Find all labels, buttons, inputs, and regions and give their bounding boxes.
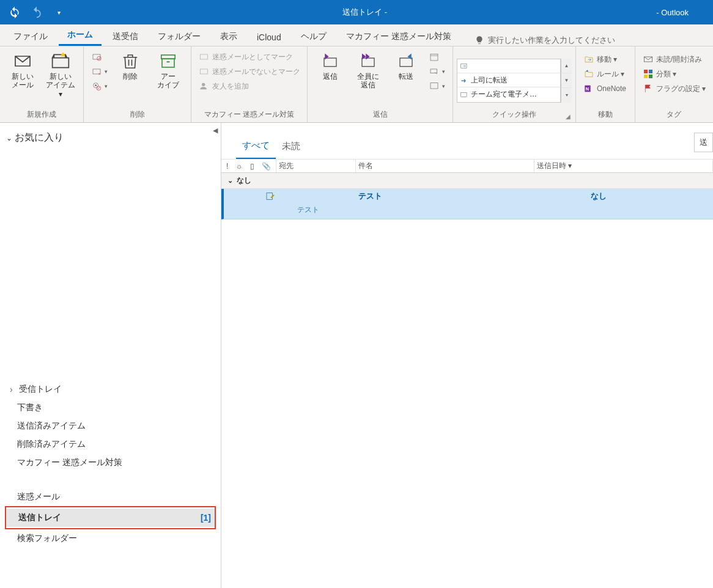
tell-me-search[interactable]: 実行したい作業を入力してください xyxy=(475,35,615,46)
followup-button[interactable]: フラグの設定 ▾ xyxy=(640,82,708,95)
dialog-launcher-icon[interactable]: ◢ xyxy=(566,113,571,120)
forward-label: 転送 xyxy=(399,72,413,81)
svg-rect-28 xyxy=(644,75,648,78)
svg-rect-9 xyxy=(162,59,174,67)
reply-icon xyxy=(320,51,340,71)
filter-unread[interactable]: 未読 xyxy=(276,136,306,158)
cleanup-button[interactable]: ▾ xyxy=(89,65,110,78)
quickstep-gallery[interactable]: 上司に転送 チーム宛て電子メ… xyxy=(457,59,561,103)
quickstep-item-1[interactable] xyxy=(457,62,560,70)
tab-view[interactable]: 表示 xyxy=(212,28,246,46)
mark-junk-button[interactable]: 迷惑メールとしてマーク xyxy=(196,50,303,64)
tab-folder[interactable]: フォルダー xyxy=(149,28,209,46)
col-subject[interactable]: 件名 xyxy=(356,160,534,172)
scroll-down-icon[interactable]: ▼ xyxy=(561,73,572,88)
new-items-icon xyxy=(51,51,70,71)
folder-outbox-label: 送信トレイ xyxy=(18,512,61,523)
new-items-button[interactable]: 新しい アイテム ▾ xyxy=(42,49,79,101)
onenote-button[interactable]: NOneNote xyxy=(581,82,629,95)
quickstep-item-3[interactable]: チーム宛て電子メ… xyxy=(457,89,560,100)
delete-button[interactable]: 削除 xyxy=(111,49,149,83)
folder-inbox[interactable]: 受信トレイ xyxy=(5,380,216,399)
quickstep-item-2[interactable]: 上司に転送 xyxy=(457,75,560,86)
archive-button[interactable]: アー カイブ xyxy=(149,49,187,92)
filter-all[interactable]: すべて xyxy=(236,135,276,159)
msg-preview: テスト xyxy=(224,204,713,219)
col-to[interactable]: 宛先 xyxy=(276,160,356,172)
title-bar: ▾ 送信トレイ - - Outlook xyxy=(0,0,713,24)
tab-mcafee[interactable]: マカフィー 迷惑メール対策 xyxy=(338,28,460,46)
folder-junk[interactable]: 迷惑メール xyxy=(5,488,216,506)
svg-rect-26 xyxy=(644,70,648,73)
svg-text:N: N xyxy=(586,86,589,92)
tab-file[interactable]: ファイル xyxy=(5,28,56,46)
team-mail-icon xyxy=(460,90,468,99)
im-icon xyxy=(429,66,440,77)
collapse-nav-icon[interactable]: ◀ xyxy=(209,124,221,136)
col-date[interactable]: 送信日時 ▾ xyxy=(534,160,713,172)
forward-button[interactable]: 転送 xyxy=(387,49,425,83)
categorize-button[interactable]: 分類 ▾ xyxy=(640,67,708,81)
svg-point-13 xyxy=(202,83,205,86)
svg-point-5 xyxy=(95,84,97,86)
ribbon-group-new-label: 新規作成 xyxy=(4,108,79,121)
mail-junk-icon xyxy=(199,51,210,62)
move-button[interactable]: 移動 ▾ xyxy=(581,53,629,66)
folder-drafts[interactable]: 下書き xyxy=(5,399,216,417)
to-manager-icon xyxy=(460,76,468,84)
svg-line-7 xyxy=(97,87,100,89)
ribbon-group-new: 新しい メール 新しい アイテム ▾ 新規作成 xyxy=(0,46,84,122)
scroll-up-icon[interactable]: ▲ xyxy=(561,59,572,73)
folder-sent[interactable]: 送信済みアイテム xyxy=(5,417,216,435)
reply-button[interactable]: 返信 xyxy=(311,49,349,83)
meeting-button[interactable] xyxy=(426,50,448,64)
tab-help[interactable]: ヘルプ xyxy=(292,28,335,46)
unread-read-button[interactable]: 未読/開封済み xyxy=(640,53,708,66)
reply-all-button[interactable]: 全員に 返信 xyxy=(349,49,387,92)
ribbon-group-delete: ▾ ▾ 削除 アー カイブ 削除 xyxy=(84,46,191,122)
group-header-none[interactable]: ⌄ なし xyxy=(221,173,713,189)
ignore-button[interactable] xyxy=(89,50,110,64)
tab-sendreceive[interactable]: 送受信 xyxy=(104,28,147,46)
rules-button[interactable]: ルール ▾ xyxy=(581,67,629,81)
sync-icon[interactable] xyxy=(5,2,24,22)
ribbon-group-delete-label: 削除 xyxy=(87,108,187,121)
ribbon-group-reply: 返信 全員に 返信 転送 ▾ ▾ 返信 xyxy=(308,46,453,122)
folder-search-folders[interactable]: 検索フォルダー xyxy=(5,529,216,548)
message-list-pane: すべて 未読 送 ! ☼ ▯ 📎 宛先 件名 送信日時 ▾ ⌄ なし xyxy=(221,123,713,588)
new-items-label: 新しい アイテム ▾ xyxy=(45,72,76,98)
folder-deleted[interactable]: 削除済みアイテム xyxy=(5,435,216,454)
add-friend-label: 友人を追加 xyxy=(212,81,249,92)
expand-gallery-icon[interactable]: ▾ xyxy=(561,88,572,103)
im-button[interactable]: ▾ xyxy=(426,65,448,78)
add-friend-button[interactable]: 友人を追加 xyxy=(196,79,303,93)
tab-icloud[interactable]: iCloud xyxy=(248,29,290,46)
col-flags[interactable]: ! ☼ ▯ 📎 xyxy=(221,160,276,172)
junk-icon xyxy=(91,81,102,92)
message-row[interactable]: テスト なし テスト xyxy=(221,189,713,219)
tab-home[interactable]: ホーム xyxy=(59,26,102,46)
ribbon-tabs: ファイル ホーム 送受信 フォルダー 表示 iCloud ヘルプ マカフィー 迷… xyxy=(0,24,713,46)
msg-subject: テスト xyxy=(358,191,591,202)
ribbon-group-tags: 未読/開封済み 分類 ▾ フラグの設定 ▾ タグ xyxy=(635,46,713,122)
new-mail-button[interactable]: 新しい メール xyxy=(4,49,42,92)
undo-icon[interactable] xyxy=(27,2,46,22)
folder-mcafee[interactable]: マカフィー 迷惑メール対策 xyxy=(5,454,216,472)
attachment-icon: 📎 xyxy=(262,162,271,171)
svg-rect-11 xyxy=(200,54,207,59)
svg-rect-19 xyxy=(430,69,437,73)
delete-label: 削除 xyxy=(123,72,138,81)
folder-outbox[interactable]: 送信トレイ [1] xyxy=(6,509,215,527)
mail-icon xyxy=(13,51,32,71)
folder-redacted-1 xyxy=(17,473,204,487)
mark-not-junk-label: 迷惑メールでないとマーク xyxy=(212,67,300,77)
onenote-icon: N xyxy=(583,83,594,94)
junk-button[interactable]: ▾ xyxy=(89,79,110,93)
ribbon-group-tags-label: タグ xyxy=(639,108,709,121)
side-action[interactable]: 送 xyxy=(694,133,713,152)
more-respond-button[interactable]: ▾ xyxy=(426,79,448,93)
qat-customize-icon[interactable]: ▾ xyxy=(49,2,68,22)
mark-not-junk-button[interactable]: 迷惑メールでないとマーク xyxy=(196,65,303,78)
favorites-header[interactable]: ⌄ お気に入り xyxy=(0,123,221,149)
quickstep-scroll[interactable]: ▲ ▼ ▾ xyxy=(561,59,572,103)
